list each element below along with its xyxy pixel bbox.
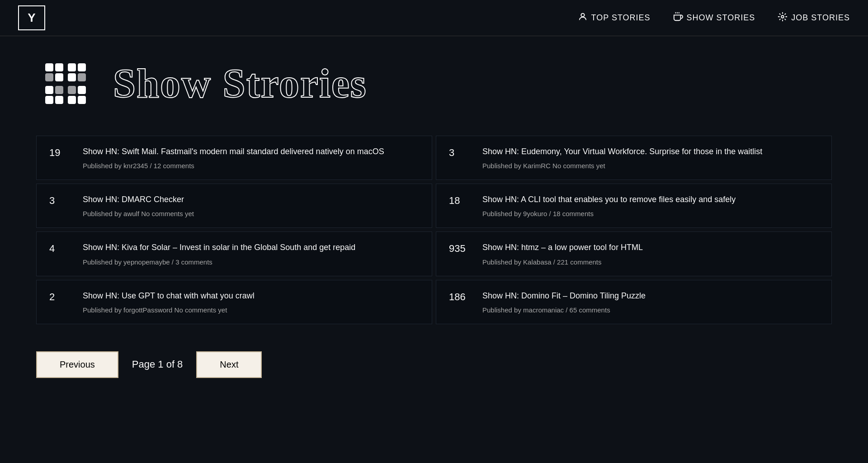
svg-rect-19 [68, 96, 76, 104]
svg-rect-11 [68, 73, 76, 81]
story-points: 2 [49, 290, 72, 303]
story-meta: Published by awulf No comments yet [83, 210, 419, 217]
story-meta: Published by 9yokuro / 18 comments [482, 210, 819, 217]
story-points: 19 [49, 146, 72, 159]
story-title: Show HN: Swift Mail. Fastmail's modern m… [83, 146, 419, 157]
story-meta: Published by macromaniac / 65 comments [482, 306, 819, 314]
story-title: Show HN: Domino Fit – Domino Tiling Puzz… [482, 290, 819, 302]
story-title: Show HN: DMARC Checker [83, 194, 419, 205]
svg-rect-9 [68, 63, 76, 71]
story-card-right-4[interactable]: 186 Show HN: Domino Fit – Domino Tiling … [436, 280, 832, 324]
story-title: Show HN: htmz – a low power tool for HTM… [482, 242, 819, 253]
pagination-info: Page 1 of 8 [132, 359, 183, 370]
story-card-right-3[interactable]: 935 Show HN: htmz – a low power tool for… [436, 232, 832, 276]
nav-show-stories-label: SHOW STORIES [687, 13, 755, 23]
pagination: Previous Page 1 of 8 Next [36, 351, 832, 396]
top-stories-icon [578, 12, 588, 24]
svg-rect-8 [55, 73, 63, 81]
story-points: 186 [449, 290, 472, 303]
story-title: Show HN: Kiva for Solar – Invest in sola… [83, 242, 419, 253]
story-card-left-3[interactable]: 4 Show HN: Kiva for Solar – Invest in so… [36, 232, 432, 276]
story-card-left-2[interactable]: 3 Show HN: DMARC Checker Published by aw… [36, 184, 432, 228]
story-meta: Published by forgottPassword No comments… [83, 306, 419, 314]
story-title: Show HN: Use GPT to chat with what you c… [83, 290, 419, 302]
svg-rect-18 [78, 86, 86, 94]
story-card-left-1[interactable]: 19 Show HN: Swift Mail. Fastmail's moder… [36, 136, 432, 180]
svg-rect-14 [55, 86, 63, 94]
story-content: Show HN: DMARC Checker Published by awul… [83, 194, 419, 217]
hero-section: Show Strories [36, 54, 832, 113]
nav-show-stories[interactable]: SHOW STORIES [673, 12, 755, 24]
svg-rect-5 [45, 63, 53, 71]
job-stories-icon [778, 12, 788, 24]
story-content: Show HN: Use GPT to chat with what you c… [83, 290, 419, 314]
page-title: Show Strories [113, 63, 367, 104]
story-meta: Published by yepnopemaybe / 3 comments [83, 258, 419, 266]
slack-logo-icon [36, 54, 95, 113]
svg-rect-17 [68, 86, 76, 94]
svg-rect-13 [45, 86, 53, 94]
story-title: Show HN: Eudemony, Your Virtual Workforc… [482, 146, 819, 157]
svg-rect-15 [45, 96, 53, 104]
story-title: Show HN: A CLI tool that enables you to … [482, 194, 819, 205]
svg-rect-6 [55, 63, 63, 71]
story-content: Show HN: Domino Fit – Domino Tiling Puzz… [482, 290, 819, 314]
story-content: Show HN: Swift Mail. Fastmail's modern m… [83, 146, 419, 170]
nav-top-stories-label: TOP STORIES [591, 13, 651, 23]
story-meta: Published by KarimRC No comments yet [482, 162, 819, 170]
svg-rect-7 [45, 73, 53, 81]
story-card-right-1[interactable]: 3 Show HN: Eudemony, Your Virtual Workfo… [436, 136, 832, 180]
story-points: 4 [49, 242, 72, 255]
story-card-right-2[interactable]: 18 Show HN: A CLI tool that enables you … [436, 184, 832, 228]
svg-rect-16 [55, 96, 63, 104]
story-content: Show HN: Eudemony, Your Virtual Workforc… [482, 146, 819, 170]
next-button[interactable]: Next [196, 351, 262, 378]
svg-rect-10 [78, 63, 86, 71]
story-content: Show HN: Kiva for Solar – Invest in sola… [83, 242, 419, 265]
logo[interactable]: Y [18, 5, 45, 30]
show-stories-icon [673, 12, 683, 24]
svg-point-4 [782, 15, 784, 18]
svg-point-0 [581, 14, 584, 17]
story-points: 935 [449, 242, 472, 255]
previous-button[interactable]: Previous [36, 351, 118, 378]
svg-rect-20 [78, 96, 86, 104]
story-content: Show HN: htmz – a low power tool for HTM… [482, 242, 819, 265]
main-nav: TOP STORIES SHOW STORIES JO [578, 12, 850, 24]
story-content: Show HN: A CLI tool that enables you to … [482, 194, 819, 217]
stories-grid: 19 Show HN: Swift Mail. Fastmail's moder… [36, 136, 832, 324]
nav-job-stories-label: JOB STORIES [791, 13, 850, 23]
story-points: 18 [449, 194, 472, 207]
svg-rect-12 [78, 73, 86, 81]
nav-top-stories[interactable]: TOP STORIES [578, 12, 651, 24]
story-points: 3 [449, 146, 472, 159]
nav-job-stories[interactable]: JOB STORIES [778, 12, 850, 24]
story-meta: Published by Kalabasa / 221 comments [482, 258, 819, 266]
story-card-left-4[interactable]: 2 Show HN: Use GPT to chat with what you… [36, 280, 432, 324]
story-points: 3 [49, 194, 72, 207]
story-meta: Published by knr2345 / 12 comments [83, 162, 419, 170]
logo-letter: Y [28, 11, 35, 25]
